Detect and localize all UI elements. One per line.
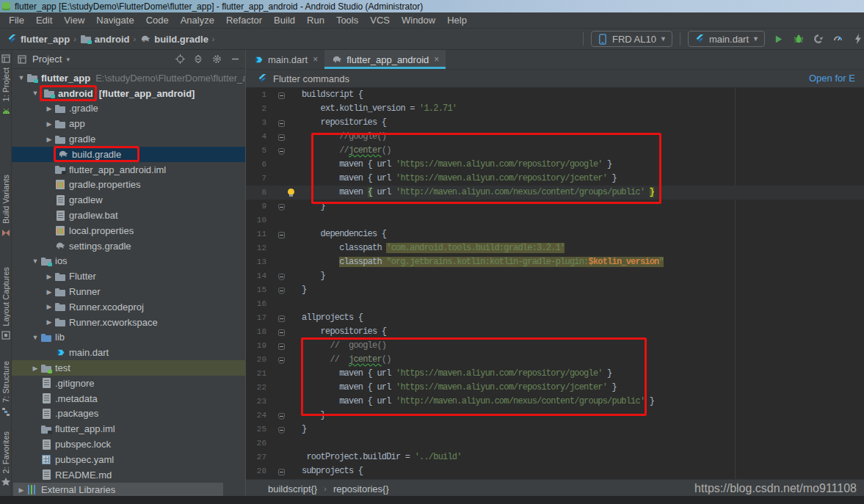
tool-strip-group-7-structure[interactable]: 7: Structure [0, 361, 12, 417]
code-line-27[interactable]: 27 rootProject.buildDir = '../build' [246, 450, 864, 464]
tree-item-metadata[interactable]: .metadata [12, 391, 245, 406]
menu-tools[interactable]: Tools [330, 13, 364, 27]
tree-item-readme-md[interactable]: README.md [12, 467, 245, 483]
code-line-4[interactable]: 4 //google() [246, 130, 864, 144]
close-tab-icon[interactable]: × [313, 54, 318, 65]
code-line-5[interactable]: 5 //jcenter() [246, 144, 864, 158]
hot-reload-button[interactable] [852, 33, 864, 45]
fold-marker-icon[interactable] [278, 329, 285, 336]
tree-item-local-properties[interactable]: local.properties [12, 223, 245, 238]
fold-marker-icon[interactable] [278, 315, 285, 322]
code-line-15[interactable]: 15} [246, 283, 864, 297]
tree-item-lib[interactable]: ▼lib [12, 330, 245, 346]
tree-item-gitignore[interactable]: .gitignore [12, 376, 245, 391]
breadcrumb-build-gradle[interactable]: build.gradle [154, 34, 208, 45]
locate-icon[interactable] [174, 54, 186, 65]
code-line-8[interactable]: 8 maven { url 'http://maven.aliyun.com/n… [246, 186, 864, 200]
tree-item-flutter-app-iml[interactable]: flutter_app.iml [12, 421, 245, 437]
fold-marker-icon[interactable] [278, 469, 285, 475]
menu-vcs[interactable]: VCS [364, 13, 396, 27]
tool-strip-group-2-favorites[interactable]: 2: Favorites [0, 431, 12, 488]
tool-strip-label-layout-captures[interactable]: Layout Captures [1, 267, 10, 326]
device-selector[interactable]: FRD AL10 ▼ [591, 31, 672, 47]
code-line-7[interactable]: 7 maven { url 'https://maven.aliyun.com/… [246, 172, 864, 186]
menu-run[interactable]: Run [301, 13, 330, 27]
tree-item-external-libraries[interactable]: ▶External Libraries [12, 483, 245, 496]
tree-item-test[interactable]: ▶test [12, 360, 245, 376]
fold-marker-icon[interactable] [278, 204, 285, 211]
code-line-26[interactable]: 26 [246, 437, 864, 450]
open-for-editing-link[interactable]: Open for E [809, 73, 855, 84]
chevron-down-icon[interactable]: ▼ [30, 258, 40, 265]
close-tab-icon[interactable]: × [434, 54, 439, 65]
tree-item-gradle[interactable]: ▶gradle [12, 131, 245, 147]
tree-item-android[interactable]: ▼android[flutter_app_android] [12, 86, 245, 101]
tree-item-runner[interactable]: ▶Runner [12, 284, 245, 299]
code-breadcrumb-buildscript[interactable]: buildscript{} [268, 483, 317, 494]
tool-strip-label-1-project[interactable]: 1: Project [1, 67, 10, 101]
tree-item-gradle[interactable]: ▶.gradle [12, 101, 245, 117]
tree-item-main-dart[interactable]: main.dart [12, 345, 245, 360]
code-line-19[interactable]: 19 // google() [246, 339, 864, 353]
code-line-17[interactable]: 17allprojects { [246, 311, 864, 325]
tree-item-gradle-properties[interactable]: gradle.properties [12, 178, 245, 193]
code-line-3[interactable]: 3 repositories { [246, 116, 864, 130]
code-line-2[interactable]: 2 ext.kotlin_version = '1.2.71' [246, 102, 864, 116]
chevron-right-icon[interactable]: ▶ [44, 273, 54, 280]
chevron-right-icon[interactable]: ▶ [44, 136, 54, 143]
run-config-selector[interactable]: main.dart ▼ [688, 31, 765, 47]
tree-item-build-gradle[interactable]: build.gradle [12, 147, 245, 162]
fold-marker-icon[interactable] [278, 274, 285, 280]
code-line-21[interactable]: 21 maven { url 'https://maven.aliyun.com… [246, 367, 864, 381]
tool-strip-group-build-variants[interactable]: Build Variants [0, 175, 12, 238]
tab-main-dart[interactable]: main.dart× [246, 50, 324, 69]
code-line-11[interactable]: 11 dependencies { [246, 227, 864, 241]
chevron-right-icon[interactable]: ▶ [44, 288, 54, 296]
code-breadcrumb-repositories[interactable]: repositories{} [333, 483, 389, 494]
attach-debugger-button[interactable] [812, 33, 824, 45]
fold-marker-icon[interactable] [278, 120, 285, 127]
hide-icon[interactable] [229, 54, 241, 65]
menu-code[interactable]: Code [140, 13, 175, 27]
chevron-right-icon[interactable]: ▶ [44, 303, 54, 310]
intention-bulb-icon[interactable] [288, 189, 294, 195]
debug-button[interactable] [792, 33, 805, 45]
chevron-down-icon[interactable]: ▾ [66, 56, 70, 63]
tree-item-flutter-app[interactable]: ▼flutter_appE:\studyDemo\FlutterDome\flu… [12, 70, 245, 86]
tree-item-gradlew-bat[interactable]: gradlew.bat [12, 208, 245, 223]
chevron-right-icon[interactable]: ▶ [44, 105, 54, 112]
tree-item-ios[interactable]: ▼ios [12, 254, 245, 269]
fold-marker-icon[interactable] [278, 357, 285, 364]
code-line-1[interactable]: 1buildscript { [246, 88, 864, 102]
code-line-20[interactable]: 20 // jcenter() [246, 353, 864, 367]
code-line-12[interactable]: 12 classpath 'com.android.tools.build:gr… [246, 241, 864, 255]
tree-item-flutter-app-android-iml[interactable]: flutter_app_android.iml [12, 162, 245, 178]
code-editor[interactable]: 1buildscript {2 ext.kotlin_version = '1.… [246, 88, 864, 479]
tree-item-flutter[interactable]: ▶Flutter [12, 269, 245, 284]
settings-icon[interactable] [211, 54, 222, 65]
tree-item-pubspec-lock[interactable]: pubspec.lock [12, 437, 245, 452]
menu-view[interactable]: View [58, 13, 90, 27]
code-line-23[interactable]: 23 maven { url 'http://maven.aliyun.com/… [246, 395, 864, 409]
menu-edit[interactable]: Edit [30, 13, 58, 27]
fold-marker-icon[interactable] [278, 92, 285, 99]
collapse-all-icon[interactable] [192, 54, 204, 65]
tool-strip-group-layout-captures[interactable]: Layout Captures [0, 267, 12, 341]
chevron-down-icon[interactable]: ▼ [16, 74, 26, 81]
tab-flutter-app-android[interactable]: flutter_app_android× [324, 50, 446, 69]
code-line-18[interactable]: 18 repositories { [246, 325, 864, 339]
tree-item-gradlew[interactable]: gradlew [12, 192, 245, 208]
tree-item-pubspec-yaml[interactable]: pubspec.yaml [12, 452, 245, 467]
fold-marker-icon[interactable] [278, 134, 285, 141]
tool-strip-label-2-favorites[interactable]: 2: Favorites [1, 431, 10, 473]
chevron-right-icon[interactable]: ▶ [30, 365, 40, 372]
code-line-25[interactable]: 25} [246, 423, 864, 437]
tree-item-runner-xcodeproj[interactable]: ▶Runner.xcodeproj [12, 299, 245, 315]
fold-marker-icon[interactable] [278, 288, 285, 294]
code-line-14[interactable]: 14 } [246, 269, 864, 283]
code-line-22[interactable]: 22 maven { url 'https://maven.aliyun.com… [246, 381, 864, 395]
menu-navigate[interactable]: Navigate [90, 13, 139, 27]
breadcrumb-android[interactable]: android [95, 34, 130, 45]
profiler-button[interactable] [832, 33, 844, 45]
tool-strip-label-build-variants[interactable]: Build Variants [1, 175, 10, 224]
